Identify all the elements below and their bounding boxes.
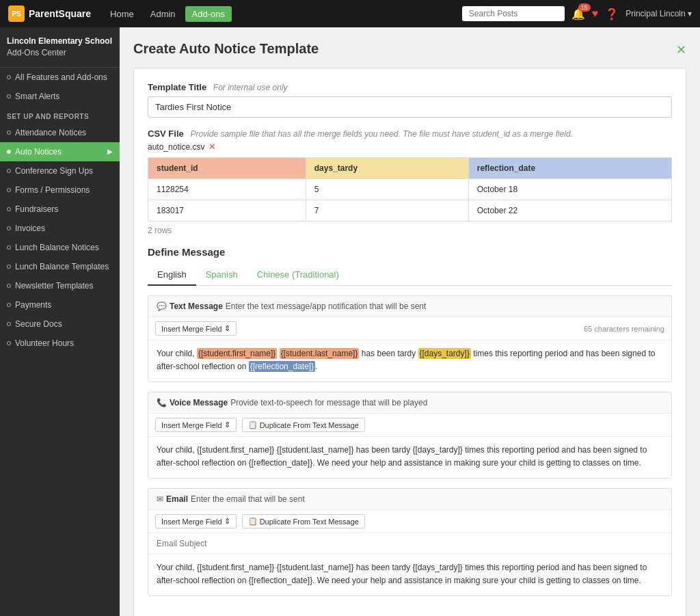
template-title-input[interactable]: [148, 96, 672, 118]
rows-count: 2 rows: [148, 226, 672, 235]
voice-duplicate-btn[interactable]: 📋 Duplicate From Text Message: [242, 418, 365, 432]
form-card: Template Title For internal use only CSV…: [133, 68, 686, 616]
csv-label: CSV File: [148, 129, 184, 139]
updown-icon: ⇕: [224, 420, 230, 429]
email-toolbar: Insert Merge Field ⇕ 📋 Duplicate From Te…: [148, 510, 671, 533]
sidebar-header: Lincoln Elementary School Add-Ons Center: [0, 27, 120, 68]
sidebar-item-label: Smart Alerts: [15, 92, 59, 101]
notification-icon[interactable]: 🔔 15: [571, 8, 585, 21]
email-body[interactable]: Your child, {[student.first_name]} {[stu…: [148, 554, 671, 595]
sidebar-dot: [7, 150, 11, 154]
sidebar-item-forms[interactable]: Forms / Permissions: [0, 180, 120, 200]
sidebar-item-conference[interactable]: Conference Sign Ups: [0, 161, 120, 180]
sidebar-item-label: All Features and Add-ons: [15, 72, 107, 82]
voice-insert-label: Insert Merge Field: [161, 421, 222, 429]
voice-message-icon: 📞: [157, 398, 167, 407]
top-nav-links: Home Admin Add-ons: [103, 6, 232, 22]
define-message-title: Define Message: [148, 246, 672, 258]
text-insert-merge-btn[interactable]: Insert Merge Field ⇕: [155, 321, 237, 336]
sidebar-item-lunch-templates[interactable]: Lunch Balance Templates: [0, 257, 120, 276]
language-tabs: English Spanish Chinese (Traditional): [148, 265, 672, 286]
search-input[interactable]: [462, 6, 565, 21]
nav-admin[interactable]: Admin: [144, 6, 183, 22]
sidebar-item-fundraisers[interactable]: Fundraisers: [0, 200, 120, 219]
email-duplicate-btn[interactable]: 📋 Duplicate From Text Message: [242, 514, 365, 528]
table-row: 183017 7 October 22: [148, 200, 672, 222]
table-row: 1128254 5 October 18: [148, 179, 672, 200]
sidebar-dot: [7, 188, 11, 192]
email-dup-label: Duplicate From Text Message: [260, 518, 359, 526]
page-title: Create Auto Notice Template: [133, 41, 319, 57]
text-message-icon: 💬: [157, 302, 167, 311]
tab-spanish[interactable]: Spanish: [196, 265, 247, 286]
sidebar-dot: [7, 75, 11, 79]
sidebar-item-auto-notices[interactable]: Auto Notices ▶: [0, 142, 120, 161]
sidebar-dot: [7, 265, 11, 269]
copy-icon: 📋: [248, 420, 258, 429]
voice-dup-label: Duplicate From Text Message: [260, 421, 359, 429]
text-message-header: 💬 Text Message Enter the text message/ap…: [148, 296, 671, 317]
updown-icon: ⇕: [224, 517, 230, 526]
th-student-id: student_id: [148, 158, 306, 179]
cell-reflection-date: October 22: [468, 200, 671, 222]
tab-chinese[interactable]: Chinese (Traditional): [247, 265, 349, 286]
sidebar-item-label: Auto Notices: [15, 147, 62, 157]
sidebar-item-invoices[interactable]: Invoices: [0, 219, 120, 238]
heart-icon[interactable]: ♥: [592, 8, 599, 20]
sidebar-item-volunteer[interactable]: Volunteer Hours: [0, 334, 120, 353]
csv-file-group: CSV File Provide sample file that has al…: [148, 129, 672, 235]
logo[interactable]: PS ParentSquare: [8, 5, 91, 22]
template-title-group: Template Title For internal use only: [148, 82, 672, 118]
user-menu[interactable]: Principal Lincoln ▾: [625, 9, 692, 18]
csv-remove-icon[interactable]: ✕: [208, 142, 216, 152]
email-header: ✉ Email Enter the email that will be sen…: [148, 489, 671, 510]
voice-insert-merge-btn[interactable]: Insert Merge Field ⇕: [155, 418, 237, 432]
text-message-label: Text Message: [170, 302, 223, 311]
cell-reflection-date: October 18: [468, 179, 671, 200]
tab-english[interactable]: English: [148, 265, 196, 286]
voice-message-body[interactable]: Your child, {[student.first_name]} {[stu…: [148, 437, 671, 478]
template-title-label: Template Title: [148, 82, 206, 92]
csv-table: student_id days_tardy reflection_date 11…: [148, 157, 672, 222]
email-label: Email: [166, 494, 188, 504]
close-button[interactable]: ✕: [676, 42, 686, 57]
text-message-section: 💬 Text Message Enter the text message/ap…: [148, 295, 672, 382]
email-subject-input[interactable]: [148, 533, 671, 554]
sidebar-item-label: Invoices: [15, 224, 45, 233]
sidebar-item-attendance[interactable]: Attendance Notices: [0, 123, 120, 142]
cell-days-tardy: 5: [306, 179, 468, 200]
logo-icon: PS: [8, 5, 25, 22]
nav-home[interactable]: Home: [103, 6, 141, 22]
help-icon[interactable]: ❓: [605, 8, 619, 21]
sidebar-dot: [7, 303, 11, 307]
sidebar-item-all-features[interactable]: All Features and Add-ons: [0, 68, 120, 87]
voice-message-header: 📞 Voice Message Provide text-to-speech f…: [148, 392, 671, 414]
merge-reflection-date: {[reflection_date]}: [249, 361, 315, 372]
define-message-section: Define Message English Spanish Chinese (…: [148, 246, 672, 596]
main-content: Create Auto Notice Template ✕ Template T…: [120, 27, 700, 616]
voice-message-label: Voice Message: [170, 398, 228, 407]
sidebar-dot: [7, 131, 11, 135]
email-insert-merge-btn[interactable]: Insert Merge Field ⇕: [155, 514, 237, 528]
csv-hint: Provide sample file that has all the mer…: [190, 129, 573, 139]
sidebar-dot: [7, 284, 11, 288]
sidebar-item-secure-docs[interactable]: Secure Docs: [0, 314, 120, 334]
email-icon: ✉: [157, 494, 163, 504]
nav-addons[interactable]: Add-ons: [185, 6, 232, 22]
csv-filename: auto_notice.csv: [148, 142, 204, 152]
top-nav: PS ParentSquare Home Admin Add-ons 🔔 15 …: [0, 0, 700, 27]
sidebar-item-label: Secure Docs: [15, 319, 62, 329]
sidebar-item-payments[interactable]: Payments: [0, 295, 120, 314]
voice-message-hint: Provide text-to-speech for message that …: [230, 398, 427, 407]
sidebar-dot: [7, 322, 11, 326]
addon-center-label: Add-Ons Center: [7, 47, 113, 59]
merge-first-name: {[student.first_name]}: [197, 348, 277, 359]
sidebar-item-lunch-notices[interactable]: Lunch Balance Notices: [0, 238, 120, 257]
copy-icon: 📋: [248, 517, 258, 526]
sidebar-item-newsletter[interactable]: Newsletter Templates: [0, 276, 120, 295]
sidebar: Lincoln Elementary School Add-Ons Center…: [0, 27, 120, 616]
sidebar-item-smart-alerts[interactable]: Smart Alerts: [0, 87, 120, 106]
text-message-body[interactable]: Your child, {[student.first_name]} {[stu…: [148, 340, 671, 381]
updown-icon: ⇕: [224, 324, 230, 333]
sidebar-dot: [7, 226, 11, 230]
